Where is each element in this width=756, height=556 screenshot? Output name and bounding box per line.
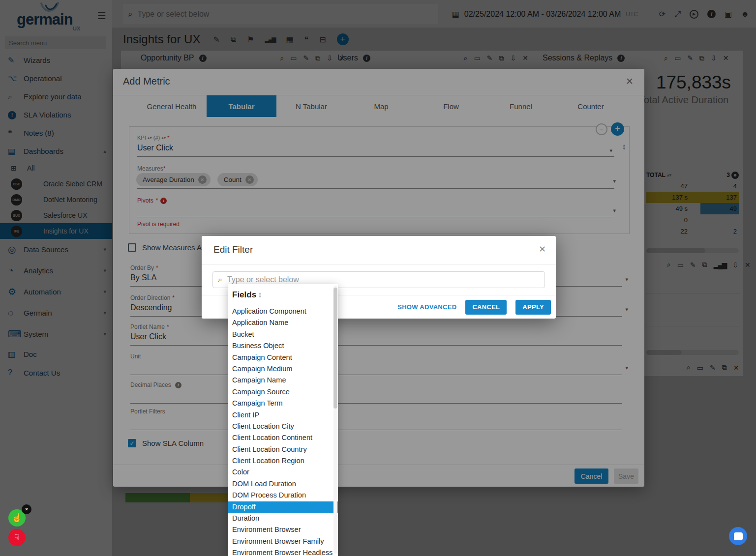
chat-bubble-icon: ‿ (734, 532, 743, 540)
dropdown-scrollbar[interactable] (333, 286, 337, 554)
field-option[interactable]: Campaign Term (228, 398, 338, 409)
scrollbar-thumb[interactable] (333, 288, 337, 409)
dismiss-feedback-icon[interactable]: ✕ (22, 504, 31, 514)
field-option[interactable]: Color (228, 467, 338, 478)
search-icon: ⌕ (218, 275, 222, 284)
field-option[interactable]: Dropoff (228, 501, 338, 513)
sort-icon[interactable]: ▴▾ (259, 292, 261, 298)
field-option[interactable]: Client Location Region (228, 455, 338, 467)
close-icon[interactable]: ✕ (539, 244, 546, 255)
field-option[interactable]: Client Location Country (228, 444, 338, 455)
cancel-button[interactable]: CANCEL (465, 300, 507, 315)
field-option[interactable]: Bucket (228, 329, 338, 340)
field-option[interactable]: Campaign Medium (228, 363, 338, 375)
field-option[interactable]: DOM Load Duration (228, 478, 338, 490)
chat-widget-button[interactable]: ‿ (729, 527, 747, 545)
field-option[interactable]: Campaign Source (228, 386, 338, 398)
thumbs-down-button[interactable]: ☟ (8, 529, 26, 546)
field-option[interactable]: Environment Browser Family (228, 536, 338, 547)
field-option[interactable]: Business Object (228, 340, 338, 351)
field-option[interactable]: Application Component (228, 306, 338, 317)
field-option[interactable]: Application Name (228, 317, 338, 328)
fields-header-label: Fields (232, 290, 256, 300)
field-option[interactable]: Client Location City (228, 421, 338, 432)
field-option[interactable]: Campaign Content (228, 352, 338, 363)
field-option[interactable]: Duration (228, 513, 338, 524)
fields-dropdown: Fields ▴▾ Application ComponentApplicati… (228, 284, 338, 556)
filter-search-input[interactable] (227, 275, 522, 284)
field-option[interactable]: Environment Browser Headless (228, 547, 338, 556)
fields-list: Application ComponentApplication NameBuc… (228, 306, 338, 556)
field-option[interactable]: Client Location Continent (228, 432, 338, 443)
apply-button[interactable]: APPLY (515, 300, 551, 315)
field-option[interactable]: Environment Browser (228, 524, 338, 535)
field-option[interactable]: DOM Process Duration (228, 490, 338, 501)
fields-dropdown-header: Fields ▴▾ (228, 284, 338, 302)
show-advanced-link[interactable]: SHOW ADVANCED (397, 303, 456, 311)
field-option[interactable]: Client IP (228, 410, 338, 421)
modal-title: Edit Filter (213, 244, 253, 255)
field-option[interactable]: Campaign Name (228, 375, 338, 386)
